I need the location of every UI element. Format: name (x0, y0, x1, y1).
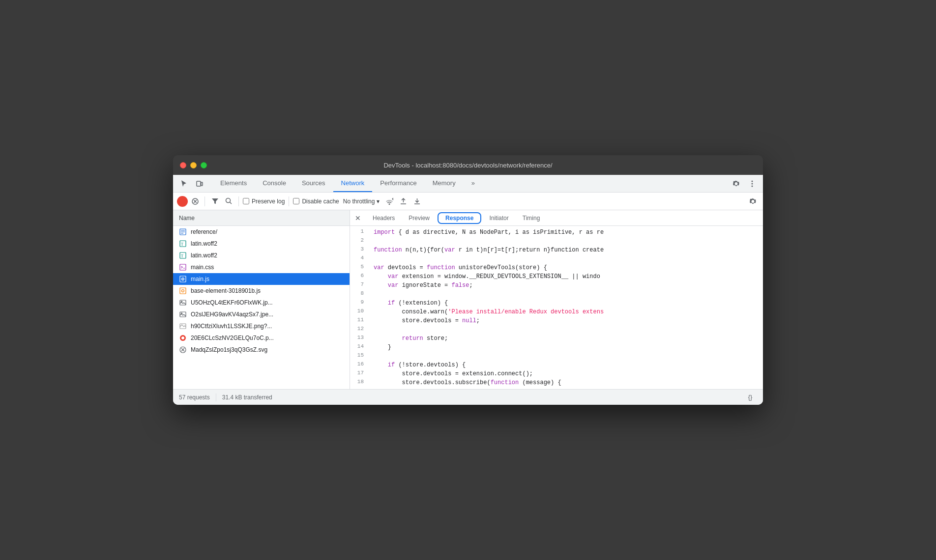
code-line-17: 17 store.devtools = extension.connect(); (350, 369, 763, 378)
chevron-down-icon: ▾ (377, 198, 380, 205)
sub-tab-preview[interactable]: Preview (402, 210, 437, 225)
sub-tab-bar: ✕ Headers Preview Response Initiator Tim… (350, 210, 763, 226)
file-item-mainjs[interactable]: main.js (173, 273, 350, 285)
svg-rect-0 (197, 181, 201, 186)
devtools-window: DevTools - localhost:8080/docs/devtools/… (173, 155, 763, 405)
tab-bar-controls (177, 177, 206, 191)
svg-point-20 (182, 279, 183, 280)
svg-point-22 (182, 290, 184, 292)
file-img-icon-3 (179, 322, 187, 330)
tab-sources[interactable]: Sources (294, 175, 333, 192)
file-font-icon-1: T (179, 240, 187, 248)
file-name-img4: 20E6CLcSzNV2GELQu7oC.p... (191, 335, 274, 341)
svg-rect-1 (201, 182, 203, 186)
file-name-latin2: latin.woff2 (191, 252, 217, 259)
preserve-log-checkbox[interactable] (243, 198, 249, 204)
device-toggle-icon[interactable] (193, 177, 206, 191)
devtools-body: Elements Console Sources Network Perform… (173, 175, 763, 405)
tab-performance[interactable]: Performance (372, 175, 424, 192)
file-list-header: Name (173, 210, 350, 226)
maximize-button[interactable] (201, 162, 207, 168)
close-panel-button[interactable]: ✕ (352, 212, 364, 224)
cursor-icon[interactable] (177, 177, 191, 191)
download-icon[interactable] (411, 196, 423, 207)
code-line-11: 11 store.devtools = null; (350, 316, 763, 325)
file-font-icon-2: T (179, 252, 187, 259)
clear-button[interactable] (190, 196, 201, 207)
tab-network[interactable]: Network (333, 175, 373, 192)
disable-cache-checkbox-label[interactable]: Disable cache (293, 198, 339, 205)
sub-tab-timing[interactable]: Timing (516, 210, 547, 225)
code-line-16: 16 if (!store.devtools) { (350, 361, 763, 369)
file-name-img3: h90CtfziXluvh1LSSKJE.png?... (191, 323, 272, 330)
code-line-7: 7 var ignoreState = false; (350, 281, 763, 290)
file-item-svg[interactable]: MadqZslZpo1sj3qQ3GsZ.svg (173, 344, 350, 356)
data-transferred: 31.4 kB transferred (222, 394, 272, 401)
file-item-latin2[interactable]: T latin.woff2 (173, 250, 350, 261)
record-button[interactable] (177, 196, 188, 207)
file-img-icon-1 (179, 299, 187, 307)
settings-icon[interactable] (730, 177, 743, 191)
file-item-img1[interactable]: U5OHzQL4tEKFr6OFlxWK.jp... (173, 297, 350, 308)
file-item-img4[interactable]: 20E6CLcSzNV2GELQu7oC.p... (173, 332, 350, 344)
file-item-baseelement[interactable]: base-element-3018901b.js (173, 285, 350, 297)
svg-point-4 (752, 185, 753, 187)
file-js-icon (179, 275, 187, 283)
code-line-10: 10 console.warn('Please install/enable R… (350, 308, 763, 316)
code-line-15: 15 (350, 352, 763, 361)
file-js-icon-2 (179, 287, 187, 295)
svg-line-8 (392, 199, 393, 200)
tab-console[interactable]: Console (255, 175, 294, 192)
svg-rect-17 (180, 264, 186, 270)
preserve-log-checkbox-label[interactable]: Preserve log (243, 198, 285, 205)
file-name-latin1: latin.woff2 (191, 240, 217, 247)
file-img-icon-2 (179, 310, 187, 318)
toolbar-divider-2 (238, 196, 239, 206)
network-toolbar: Preserve log Disable cache No throttling… (173, 193, 763, 210)
tab-elements[interactable]: Elements (212, 175, 255, 192)
traffic-lights (180, 162, 207, 168)
file-name-img2: O2slJEHG9avKV4aqzSx7.jpe... (191, 311, 273, 318)
code-line-12: 12 (350, 325, 763, 334)
file-name-svg: MadqZslZpo1sj3qQ3GsZ.svg (191, 346, 267, 353)
search-icon[interactable] (223, 196, 234, 207)
throttling-select[interactable]: No throttling ▾ (341, 197, 382, 206)
minimize-button[interactable] (190, 162, 197, 168)
file-name-img1: U5OHzQL4tEKFr6OFlxWK.jp... (191, 299, 273, 306)
file-name-mainjs: main.js (191, 276, 209, 282)
file-item-latin1[interactable]: T latin.woff2 (173, 238, 350, 250)
file-doc-icon (179, 228, 187, 236)
toolbar-divider-3 (289, 196, 289, 206)
svg-point-3 (752, 183, 753, 184)
network-settings-icon[interactable] (747, 196, 759, 207)
main-tab-bar: Elements Console Sources Network Perform… (173, 175, 763, 193)
tab-memory[interactable]: Memory (425, 175, 464, 192)
more-options-icon[interactable] (745, 177, 759, 191)
code-line-4: 4 (350, 254, 763, 263)
close-button[interactable] (180, 162, 186, 168)
upload-icon[interactable] (397, 196, 409, 207)
sub-tab-headers[interactable]: Headers (366, 210, 402, 225)
request-count: 57 requests (179, 394, 210, 401)
file-item-img3[interactable]: h90CtfziXluvh1LSSKJE.png?... (173, 320, 350, 332)
sub-tab-initiator[interactable]: Initiator (482, 210, 515, 225)
code-line-5: 5 var devtools = function unistoreDevToo… (350, 263, 763, 272)
file-item-img2[interactable]: O2slJEHG9avKV4aqzSx7.jpe... (173, 308, 350, 320)
svg-point-29 (181, 336, 184, 339)
format-button[interactable]: {} (743, 391, 757, 404)
code-viewer[interactable]: 1 import { d as directive, N as NodePart… (350, 226, 763, 389)
main-tabs: Elements Console Sources Network Perform… (212, 175, 483, 192)
file-svg-icon (179, 346, 187, 354)
filter-icon[interactable] (209, 196, 221, 207)
toolbar-divider-1 (205, 196, 205, 206)
sub-tab-response[interactable]: Response (438, 212, 481, 224)
status-divider (216, 393, 216, 401)
disable-cache-checkbox[interactable] (293, 198, 299, 204)
file-item-maincss[interactable]: main.css (173, 261, 350, 273)
file-item-reference[interactable]: reference/ (173, 226, 350, 238)
wifi-icon[interactable] (383, 196, 395, 207)
tab-bar-right-controls (730, 177, 759, 191)
code-line-2: 2 (350, 237, 763, 246)
tab-more[interactable]: » (464, 175, 483, 192)
file-name-baseelement: base-element-3018901b.js (191, 287, 261, 294)
